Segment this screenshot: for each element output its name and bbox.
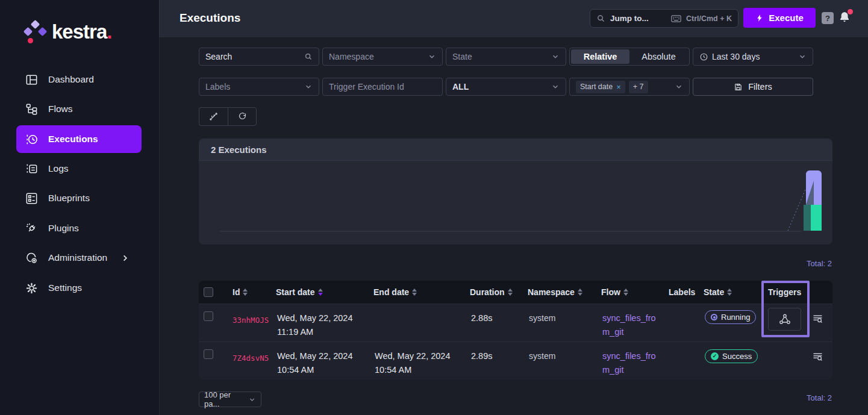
scope-select[interactable]: ALL <box>446 78 566 96</box>
labels-cell <box>669 304 704 342</box>
time-range-select[interactable]: Last 30 days <box>693 48 813 66</box>
namespace: system <box>528 342 601 379</box>
sort-icon-active <box>318 289 323 296</box>
column-header-state[interactable]: State <box>704 287 760 297</box>
webhook-trigger-icon <box>778 313 792 326</box>
gear-icon <box>24 281 39 295</box>
flow-link[interactable]: sync_files_from_git <box>602 311 663 339</box>
per-page-value: 100 per pa... <box>204 390 245 408</box>
sidebar-item-flows[interactable]: Flows <box>0 101 159 117</box>
start-date-chip: Start date × <box>576 81 625 93</box>
trigger-execution-id-input[interactable] <box>329 82 436 92</box>
row-checkbox[interactable] <box>204 349 213 359</box>
sort-icon <box>578 289 582 296</box>
end-date: Wed, May 22, 2024 <box>375 349 467 363</box>
more-chip: + 7 <box>629 81 648 93</box>
view-logs-button[interactable] <box>811 313 825 326</box>
jump-to-search[interactable]: Jump to... Ctrl/Cmd + K <box>590 9 738 28</box>
sidebar-item-blueprints[interactable]: Blueprints <box>0 190 159 207</box>
sidebar-item-logs[interactable]: Logs <box>0 160 159 177</box>
start-date: Wed, May 22, 2024 <box>277 349 371 363</box>
sidebar-item-settings[interactable]: Settings <box>0 279 159 296</box>
sort-icon <box>243 289 248 296</box>
filters-label: Filters <box>748 82 772 92</box>
jump-to-placeholder: Jump to... <box>610 14 649 23</box>
kestra-logo[interactable]: kestra. <box>23 18 143 48</box>
per-page-select[interactable]: 100 per pa... <box>199 392 261 407</box>
labels-select[interactable]: Labels <box>199 78 319 96</box>
trigger-button[interactable] <box>768 308 801 331</box>
search-icon <box>596 14 605 23</box>
chevron-down-icon <box>798 52 807 61</box>
sidebar-item-label: Blueprints <box>48 193 90 204</box>
column-header-duration[interactable]: Duration <box>470 287 528 297</box>
kestra-logo-icon <box>23 20 48 46</box>
table-header-row: Id Start date End date Duration Namespac… <box>199 281 832 304</box>
help-button[interactable]: ? <box>822 12 834 24</box>
close-icon[interactable]: × <box>616 83 621 92</box>
displayed-columns-select[interactable]: Start date × + 7 <box>569 78 690 96</box>
sidebar-item-label: Settings <box>48 282 82 293</box>
toggle-chart-button[interactable] <box>199 107 228 126</box>
relative-absolute-toggle: Relative Absolute <box>569 48 690 66</box>
flow-link[interactable]: sync_files_from_git <box>602 349 663 377</box>
sidebar-item-administration[interactable]: Administration <box>0 249 159 266</box>
labels-placeholder: Labels <box>205 82 301 92</box>
chart-bar-group[interactable] <box>804 170 822 231</box>
row-checkbox[interactable] <box>204 311 213 321</box>
sidebar-item-label: Plugins <box>48 223 79 234</box>
help-icon: ? <box>825 14 830 23</box>
refresh-button[interactable] <box>228 107 257 126</box>
trigger-execution-id-filter[interactable] <box>322 78 443 96</box>
column-header-flow[interactable]: Flow <box>601 287 669 297</box>
scope-value: ALL <box>452 82 548 92</box>
chevron-down-icon <box>551 83 560 91</box>
total-count-bottom: Total: 2 <box>807 393 832 402</box>
executions-count-heading: 2 Executions <box>199 139 832 161</box>
namespace: system <box>528 304 601 342</box>
administration-icon <box>24 251 39 265</box>
keyboard-icon <box>671 15 681 22</box>
total-count-top: Total: 2 <box>807 259 832 268</box>
sidebar-item-dashboard[interactable]: Dashboard <box>0 71 159 88</box>
column-header-triggers: Triggers <box>760 287 810 297</box>
notifications-button[interactable] <box>838 10 852 26</box>
execute-label: Execute <box>769 13 804 23</box>
namespace-placeholder: Namespace <box>329 52 424 61</box>
namespace-select[interactable]: Namespace <box>322 48 443 66</box>
log-search-icon <box>811 351 824 363</box>
column-header-id[interactable]: Id <box>228 287 276 297</box>
filter-row-2: Labels ALL Start date × + 7 <box>199 78 813 96</box>
filters-button[interactable]: Filters <box>693 78 813 96</box>
kestra-app: kestra. Dashboard Flows Executions Logs <box>0 0 868 415</box>
select-all-checkbox[interactable] <box>204 287 213 297</box>
sort-icon <box>508 289 513 296</box>
chevron-down-icon <box>551 52 560 61</box>
sidebar-item-label: Flows <box>48 104 72 114</box>
execute-button[interactable]: Execute <box>743 8 816 28</box>
success-check-icon: ✓ <box>711 352 719 360</box>
dashboard-icon <box>24 72 39 87</box>
column-header-start-date[interactable]: Start date <box>276 287 373 297</box>
chevron-right-icon <box>120 254 130 263</box>
view-logs-button[interactable] <box>811 351 825 364</box>
table-row: 7Z4dsvN5 Wed, May 22, 2024 10:54 AM Wed,… <box>199 342 832 379</box>
execution-id-link[interactable]: 7Z4dsvN5 <box>233 354 269 363</box>
search-input[interactable] <box>205 52 301 61</box>
sidebar-item-plugins[interactable]: Plugins <box>0 220 159 237</box>
duration: 2.88s <box>470 304 528 342</box>
sidebar-item-label: Logs <box>48 163 69 174</box>
column-header-namespace[interactable]: Namespace <box>528 287 601 297</box>
end-time: 10:54 AM <box>375 363 467 377</box>
absolute-toggle[interactable]: Absolute <box>629 49 688 64</box>
refresh-icon <box>237 111 248 122</box>
relative-toggle[interactable]: Relative <box>571 49 629 64</box>
column-header-end-date[interactable]: End date <box>373 287 470 297</box>
execution-id-link[interactable]: 33nhMOJS <box>233 316 269 325</box>
search-filter[interactable] <box>199 48 319 66</box>
time-range-value: Last 30 days <box>712 52 795 61</box>
shortcut-hint: Ctrl/Cmd + K <box>686 14 732 23</box>
sidebar-item-executions[interactable]: Executions <box>16 125 142 153</box>
save-icon <box>734 83 743 92</box>
state-select[interactable]: State <box>446 48 566 66</box>
